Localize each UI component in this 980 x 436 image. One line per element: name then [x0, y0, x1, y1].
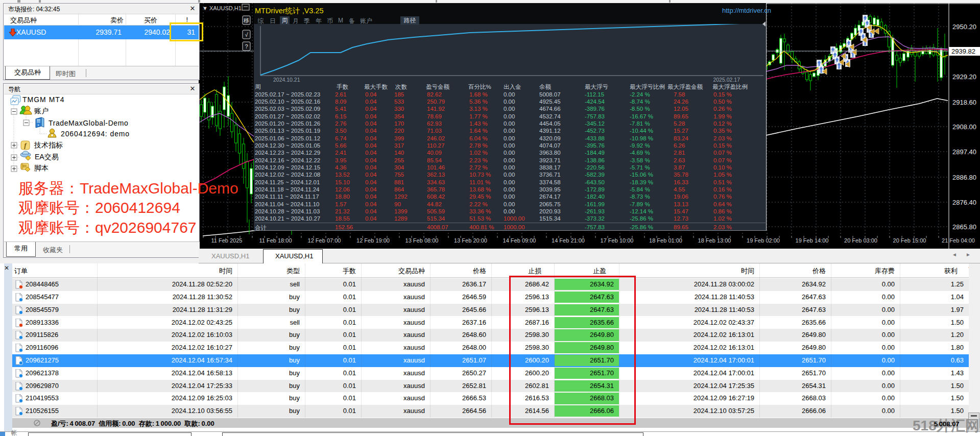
svg-text:2876.40: 2876.40 [952, 199, 976, 206]
svg-text:2950.20: 2950.20 [952, 23, 976, 31]
svg-text:18 Feb 01:00: 18 Feb 01:00 [649, 237, 682, 244]
svg-text:2908.00: 2908.00 [952, 123, 976, 131]
svg-text:17 Feb 10:00: 17 Feb 10:00 [601, 237, 634, 244]
svg-text:2025.02.17: 2025.02.17 [713, 77, 740, 83]
svg-text:12 Feb 19:00: 12 Feb 19:00 [356, 237, 390, 244]
svg-text:2918.60: 2918.60 [952, 99, 976, 106]
svg-text:21 Feb 04:00: 21 Feb 04:00 [942, 237, 975, 244]
svg-text:2897.40: 2897.40 [952, 148, 976, 156]
svg-text:13 Feb 08:00: 13 Feb 08:00 [405, 237, 439, 244]
svg-text:2865.80: 2865.80 [952, 223, 976, 231]
svg-text:18 Feb 13:00: 18 Feb 13:00 [698, 237, 731, 244]
svg-text:11 Feb 2025: 11 Feb 2025 [211, 237, 243, 244]
svg-text:19 Feb 02:00: 19 Feb 02:00 [747, 237, 780, 244]
svg-text:?: ? [245, 43, 248, 50]
svg-text:▼ XAUUSD,H1: ▼ XAUUSD,H1 [202, 5, 242, 11]
svg-text:20 Feb 15:00: 20 Feb 15:00 [893, 237, 926, 244]
svg-text:移: 移 [244, 17, 249, 23]
svg-text:12 Feb 07:00: 12 Feb 07:00 [308, 237, 341, 244]
svg-text:2024.10.21: 2024.10.21 [273, 77, 300, 83]
svg-text:√: √ [245, 32, 248, 38]
svg-text:2939.82: 2939.82 [951, 47, 975, 55]
svg-text:14 Feb 21:00: 14 Feb 21:00 [552, 237, 585, 244]
svg-text:11 Feb 18:00: 11 Feb 18:00 [259, 237, 292, 244]
svg-text:20 Feb 03:00: 20 Feb 03:00 [844, 237, 877, 244]
svg-text:19 Feb 14:00: 19 Feb 14:00 [796, 237, 829, 244]
svg-text:2886.80: 2886.80 [952, 174, 976, 181]
svg-text:14 Feb 09:00: 14 Feb 09:00 [503, 237, 536, 244]
svg-text:2929.20: 2929.20 [952, 73, 976, 81]
svg-text:13 Feb 20:00: 13 Feb 20:00 [454, 237, 487, 244]
